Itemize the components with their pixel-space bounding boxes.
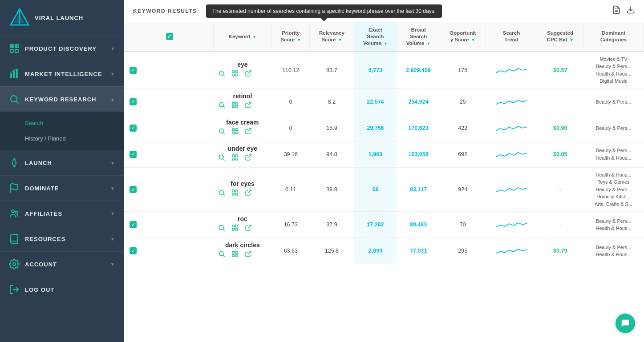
sidebar-item-account[interactable]: ACCOUNT ▼ xyxy=(0,251,124,277)
keyword-name: eye xyxy=(217,61,268,68)
trend-line xyxy=(489,148,534,161)
exact-search-volume-link[interactable]: 2,099 xyxy=(369,248,382,254)
external-link-action-icon[interactable] xyxy=(243,128,253,137)
broad-search-volume-link[interactable]: 80,483 xyxy=(410,221,427,228)
broad-search-volume-link[interactable]: 83,117 xyxy=(410,186,427,193)
broad-search-volume-link[interactable]: 77,031 xyxy=(410,248,427,254)
exact-search-volume-link[interactable]: 22,574 xyxy=(367,99,384,105)
svg-line-60 xyxy=(223,229,225,231)
sidebar-item-resources[interactable]: RESOURCES ▼ xyxy=(0,226,124,251)
exact-search-volume-link[interactable]: 17,282 xyxy=(367,221,384,228)
opportunity-score-column-header[interactable]: Opportunity Score ▼ xyxy=(440,22,486,52)
svg-point-18 xyxy=(16,211,18,213)
grid-action-icon[interactable] xyxy=(230,70,240,80)
keyword-name: face cream xyxy=(217,119,268,126)
row-checkbox-cell[interactable]: ✓ xyxy=(124,238,213,264)
row-checkbox[interactable]: ✓ xyxy=(130,67,137,74)
exact-search-volume-cell[interactable]: 1,963 xyxy=(354,141,397,167)
broad-search-volume-link[interactable]: 163,058 xyxy=(408,151,428,157)
search-action-icon[interactable] xyxy=(217,128,227,137)
sidebar-sub-item-history-pinned[interactable]: History / Pinned xyxy=(0,131,124,146)
svg-line-51 xyxy=(248,155,251,158)
svg-rect-63 xyxy=(232,229,235,231)
broad-search-volume-cell[interactable]: 2,929,409 xyxy=(397,52,440,89)
search-action-icon[interactable] xyxy=(217,224,227,234)
row-checkbox-cell[interactable]: ✓ xyxy=(124,89,213,115)
exact-search-volume-link[interactable]: 69 xyxy=(372,186,378,193)
svg-line-25 xyxy=(223,75,225,76)
external-link-action-icon[interactable] xyxy=(243,101,253,111)
external-link-action-icon[interactable] xyxy=(243,154,253,164)
broad-search-volume-link[interactable]: 254,924 xyxy=(408,99,428,105)
select-all-checkbox[interactable]: ✓ xyxy=(166,33,173,40)
export-icon[interactable] xyxy=(612,5,621,16)
broad-search-volume-cell[interactable]: 170,623 xyxy=(397,115,440,141)
broad-search-volume-cell[interactable]: 254,924 xyxy=(397,89,440,115)
keyword-actions xyxy=(217,189,268,199)
search-action-icon[interactable] xyxy=(217,101,227,111)
search-action-icon[interactable] xyxy=(217,189,227,199)
sidebar-item-affiliates[interactable]: AFFILIATES ▼ xyxy=(0,201,124,226)
sidebar-item-product-discovery[interactable]: PRODUCT DISCOVERY ▼ xyxy=(0,36,124,61)
broad-search-volume-link[interactable]: 170,623 xyxy=(408,125,428,131)
main-content: KEYWORD RESULTS The estimated number of … xyxy=(124,0,644,342)
sidebar-item-logout[interactable]: LOG OUT xyxy=(0,277,124,302)
row-checkbox[interactable]: ✓ xyxy=(130,125,137,132)
broad-search-volume-cell[interactable]: 83,117 xyxy=(397,167,440,212)
row-checkbox[interactable]: ✓ xyxy=(130,151,137,158)
row-checkbox-cell[interactable]: ✓ xyxy=(124,212,213,238)
grid-action-icon[interactable] xyxy=(230,128,240,137)
dominant-categories-cell: Beauty & Pers... xyxy=(583,115,644,141)
row-checkbox-cell[interactable]: ✓ xyxy=(124,115,213,141)
exact-search-volume-cell[interactable]: 6,773 xyxy=(354,52,397,89)
exact-search-volume-cell[interactable]: 17,282 xyxy=(354,212,397,238)
row-checkbox[interactable]: ✓ xyxy=(130,98,137,105)
sidebar-item-keyword-research[interactable]: KEYWORD RESEARCH ▲ xyxy=(0,86,124,112)
exact-search-volume-cell[interactable]: 22,574 xyxy=(354,89,397,115)
broad-search-volume-cell[interactable]: 163,058 xyxy=(397,141,440,167)
search-action-icon[interactable] xyxy=(217,154,227,164)
exact-search-volume-link[interactable]: 6,773 xyxy=(369,67,382,73)
exact-search-volume-column-header[interactable]: ExactSearchVolume ▼ xyxy=(354,22,397,52)
row-checkbox[interactable]: ✓ xyxy=(130,221,137,228)
row-checkbox[interactable]: ✓ xyxy=(130,247,137,254)
grid-action-icon[interactable] xyxy=(230,154,240,164)
svg-rect-68 xyxy=(232,251,235,253)
priority-score-column-header[interactable]: PriorityScore ▼ xyxy=(272,22,310,52)
search-action-icon[interactable] xyxy=(217,250,227,260)
external-link-action-icon[interactable] xyxy=(243,250,253,260)
download-icon[interactable] xyxy=(626,5,635,16)
broad-search-volume-column-header[interactable]: BroadSearchVolume ▼ xyxy=(397,22,440,52)
external-link-action-icon[interactable] xyxy=(243,70,253,80)
broad-search-volume-cell[interactable]: 80,483 xyxy=(397,212,440,238)
sidebar-item-market-intelligence[interactable]: MARKET INTELLIGENCE ▼ xyxy=(0,61,124,86)
exact-search-volume-cell[interactable]: 69 xyxy=(354,167,397,212)
exact-search-volume-link[interactable]: 1,963 xyxy=(369,151,382,157)
sidebar-sub-item-search[interactable]: Search xyxy=(0,115,124,131)
exact-search-volume-cell[interactable]: 29,756 xyxy=(354,115,397,141)
sort-icon: ▼ xyxy=(297,38,301,42)
select-all-header[interactable]: ✓ xyxy=(124,22,213,52)
row-checkbox-cell[interactable]: ✓ xyxy=(124,52,213,89)
broad-search-volume-link[interactable]: 2,929,409 xyxy=(406,67,431,73)
external-link-action-icon[interactable] xyxy=(243,189,253,199)
grid-action-icon[interactable] xyxy=(230,250,240,260)
opportunity-score-cell: 175 xyxy=(440,52,486,89)
grid-action-icon[interactable] xyxy=(230,101,240,111)
sidebar-item-dominate[interactable]: DOMINATE ▼ xyxy=(0,175,124,201)
exact-search-volume-cell[interactable]: 2,099 xyxy=(354,238,397,264)
sidebar-item-launch[interactable]: LAUNCH ▼ xyxy=(0,150,124,175)
keyword-column-header[interactable]: Keyword ▼ xyxy=(213,22,272,52)
exact-search-volume-link[interactable]: 29,756 xyxy=(367,125,384,131)
search-action-icon[interactable] xyxy=(217,70,227,80)
chat-button[interactable] xyxy=(616,314,635,333)
grid-action-icon[interactable] xyxy=(230,224,240,234)
broad-search-volume-cell[interactable]: 77,031 xyxy=(397,238,440,264)
row-checkbox-cell[interactable]: ✓ xyxy=(124,141,213,167)
grid-action-icon[interactable] xyxy=(230,189,240,199)
row-checkbox-cell[interactable]: ✓ xyxy=(124,167,213,212)
external-link-action-icon[interactable] xyxy=(243,224,253,234)
relevancy-score-column-header[interactable]: RelevancyScore ▼ xyxy=(310,22,354,52)
row-checkbox[interactable]: ✓ xyxy=(130,186,137,193)
suggested-cpc-bid-column-header[interactable]: SuggestedCPC Bid ▼ xyxy=(537,22,583,52)
